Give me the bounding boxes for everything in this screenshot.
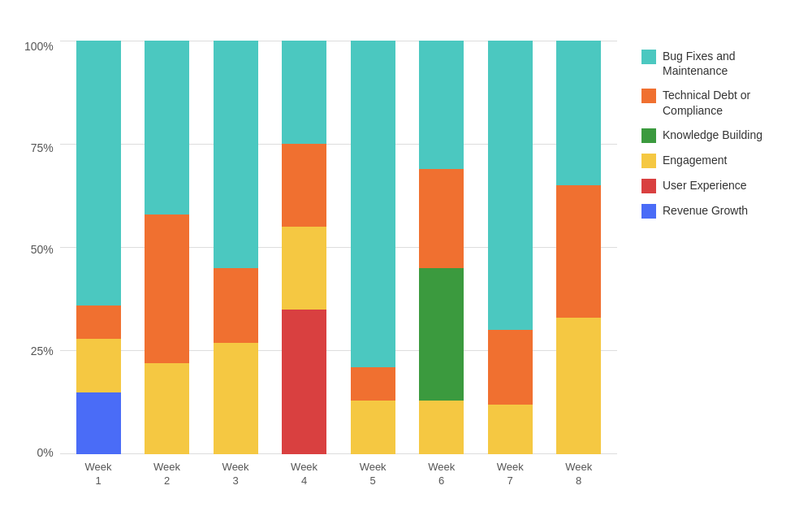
bar-column <box>74 41 123 454</box>
bar-segment-engagement <box>282 227 326 310</box>
bar-stack <box>351 41 395 454</box>
bar-column <box>280 41 329 454</box>
bar-column <box>348 41 397 454</box>
legend-color-revenueGrowth <box>641 204 656 219</box>
bar-column <box>417 41 466 454</box>
bar-segment-technicalDebt <box>76 306 121 339</box>
y-axis-label: 50% <box>31 244 54 255</box>
legend-item-revenueGrowth: Revenue Growth <box>641 203 796 219</box>
legend-label-revenueGrowth: Revenue Growth <box>663 203 748 218</box>
x-axis-label: Week2 <box>143 461 192 491</box>
bar-segment-technicalDebt <box>282 144 326 227</box>
bar-stack <box>282 41 326 454</box>
legend-label-engagement: Engagement <box>663 153 727 167</box>
bar-segment-engagement <box>145 363 189 454</box>
bar-segment-bugFixes <box>145 41 189 214</box>
legend-item-engagement: Engagement <box>641 153 796 168</box>
bar-column <box>143 41 192 454</box>
legend-item-userExperience: User Experience <box>641 178 796 193</box>
bar-column <box>555 41 603 454</box>
x-axis-label: Week7 <box>486 461 534 491</box>
bar-segment-bugFixes <box>282 41 326 144</box>
chart-area: 100%75%50%25%0% Week1Week2Week3Week4Week… <box>24 41 617 491</box>
legend-label-bugFixes: Bug Fixes and Maintenance <box>663 49 796 78</box>
bar-segment-engagement <box>419 401 464 454</box>
x-axis-label: Week8 <box>555 461 603 491</box>
y-axis-label: 100% <box>24 41 54 52</box>
y-axis-label: 0% <box>37 447 54 458</box>
bar-segment-technicalDebt <box>419 169 464 268</box>
y-axis-label: 25% <box>31 345 54 357</box>
legend-color-technicalDebt <box>641 89 656 103</box>
bar-segment-engagement <box>214 343 258 454</box>
legend: Bug Fixes and MaintenanceTechnical Debt … <box>633 41 796 491</box>
legend-label-knowledgeBuilding: Knowledge Building <box>663 128 762 142</box>
legend-color-bugFixes <box>641 50 656 64</box>
bar-segment-userExperience <box>282 310 326 454</box>
bar-segment-technicalDebt <box>488 330 533 405</box>
x-axis-label: Week5 <box>348 461 397 491</box>
x-axis-label: Week4 <box>280 461 329 491</box>
bar-segment-engagement <box>76 339 121 392</box>
bar-segment-knowledgeBuilding <box>419 268 464 401</box>
x-axis-label: Week3 <box>211 461 260 491</box>
chart-container: 100%75%50%25%0% Week1Week2Week3Week4Week… <box>0 0 812 507</box>
legend-item-knowledgeBuilding: Knowledge Building <box>641 128 796 143</box>
x-axis-label: Week1 <box>74 461 123 491</box>
bar-stack <box>419 41 464 454</box>
y-axis-label: 75% <box>31 142 54 154</box>
bar-segment-bugFixes <box>76 41 121 306</box>
bar-segment-revenueGrowth <box>76 392 121 454</box>
bar-stack <box>556 41 601 454</box>
legend-item-bugFixes: Bug Fixes and Maintenance <box>641 49 796 78</box>
bar-segment-technicalDebt <box>556 185 601 318</box>
x-axis-label: Week6 <box>417 461 466 491</box>
bar-segment-bugFixes <box>419 41 464 169</box>
legend-label-technicalDebt: Technical Debt or Compliance <box>663 88 796 117</box>
bar-segment-bugFixes <box>351 41 395 367</box>
bar-segment-technicalDebt <box>351 367 395 401</box>
y-axis: 100%75%50%25%0% <box>24 41 60 491</box>
bar-stack <box>145 41 189 454</box>
bar-column <box>486 41 534 454</box>
bar-stack <box>488 41 533 454</box>
legend-color-knowledgeBuilding <box>641 128 656 143</box>
bars-and-yaxis: 100%75%50%25%0% Week1Week2Week3Week4Week… <box>24 41 617 491</box>
bar-segment-technicalDebt <box>145 214 189 363</box>
bar-stack <box>214 41 258 454</box>
grid-and-bars <box>60 41 617 454</box>
bar-segment-engagement <box>556 318 601 454</box>
legend-color-engagement <box>641 154 656 168</box>
bars-area: Week1Week2Week3Week4Week5Week6Week7Week8 <box>60 41 617 491</box>
bar-column <box>211 41 260 454</box>
chart-body: 100%75%50%25%0% Week1Week2Week3Week4Week… <box>24 41 796 491</box>
bar-segment-engagement <box>351 401 395 454</box>
legend-color-userExperience <box>641 179 656 193</box>
bars-row <box>60 41 617 454</box>
bar-stack <box>76 41 121 454</box>
legend-item-technicalDebt: Technical Debt or Compliance <box>641 88 796 117</box>
bar-segment-bugFixes <box>488 41 533 330</box>
x-labels: Week1Week2Week3Week4Week5Week6Week7Week8 <box>60 454 617 491</box>
bar-segment-bugFixes <box>214 41 258 268</box>
bar-segment-technicalDebt <box>214 268 258 343</box>
bar-segment-engagement <box>488 405 533 454</box>
bar-segment-bugFixes <box>556 41 601 185</box>
legend-label-userExperience: User Experience <box>663 178 747 193</box>
